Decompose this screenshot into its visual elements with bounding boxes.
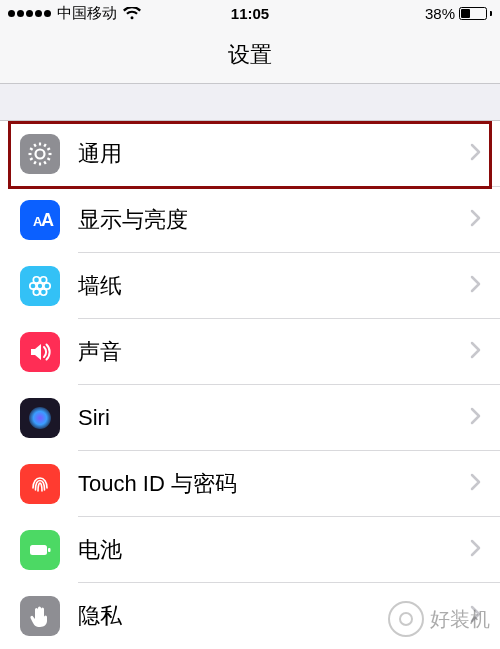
status-bar: 中国移动 11:05 38% [0, 0, 500, 26]
status-time: 11:05 [0, 5, 500, 22]
row-label: 显示与亮度 [78, 205, 470, 235]
svg-point-17 [40, 289, 46, 295]
chevron-right-icon [470, 407, 482, 429]
chevron-right-icon [470, 275, 482, 297]
speaker-icon [20, 332, 60, 372]
watermark: 好装机 [388, 601, 490, 637]
svg-text:A: A [41, 210, 54, 230]
settings-row-display[interactable]: AA显示与亮度 [0, 187, 500, 253]
siri-icon [20, 398, 60, 438]
row-label: 通用 [78, 139, 470, 169]
svg-line-5 [34, 161, 36, 164]
svg-line-12 [47, 148, 50, 150]
chevron-right-icon [470, 143, 482, 165]
svg-rect-24 [48, 548, 51, 552]
gear-icon [20, 134, 60, 174]
nav-bar: 设置 [0, 26, 500, 84]
flower-icon [20, 266, 60, 306]
svg-line-8 [30, 148, 33, 150]
row-label: Touch ID 与密码 [78, 469, 470, 499]
svg-line-2 [47, 158, 50, 160]
chevron-right-icon [470, 539, 482, 561]
hand-icon [20, 596, 60, 636]
settings-row-general[interactable]: 通用 [0, 121, 500, 187]
svg-line-9 [34, 144, 36, 147]
svg-line-11 [44, 144, 46, 147]
section-spacer [0, 84, 500, 120]
row-label: 墙纸 [78, 271, 470, 301]
row-label: 声音 [78, 337, 470, 367]
chevron-right-icon [470, 341, 482, 363]
svg-point-20 [33, 277, 39, 283]
svg-point-15 [37, 283, 43, 289]
svg-point-21 [40, 277, 46, 283]
watermark-logo-icon [388, 601, 424, 637]
svg-point-0 [36, 150, 45, 159]
watermark-text: 好装机 [430, 606, 490, 633]
chevron-right-icon [470, 473, 482, 495]
text-size-icon: AA [20, 200, 60, 240]
settings-row-sound[interactable]: 声音 [0, 319, 500, 385]
svg-line-3 [44, 161, 46, 164]
svg-line-6 [30, 158, 33, 160]
settings-list: 通用AA显示与亮度墙纸声音SiriTouch ID 与密码电池隐私 [0, 120, 500, 649]
settings-row-battery[interactable]: 电池 [0, 517, 500, 583]
row-label: Siri [78, 405, 470, 431]
page-title: 设置 [228, 40, 272, 70]
row-label: 电池 [78, 535, 470, 565]
svg-point-22 [29, 407, 51, 429]
chevron-right-icon [470, 209, 482, 231]
svg-rect-23 [30, 545, 47, 555]
fingerprint-icon [20, 464, 60, 504]
settings-row-touchid[interactable]: Touch ID 与密码 [0, 451, 500, 517]
battery-icon [20, 530, 60, 570]
settings-row-siri[interactable]: Siri [0, 385, 500, 451]
settings-row-wallpaper[interactable]: 墙纸 [0, 253, 500, 319]
